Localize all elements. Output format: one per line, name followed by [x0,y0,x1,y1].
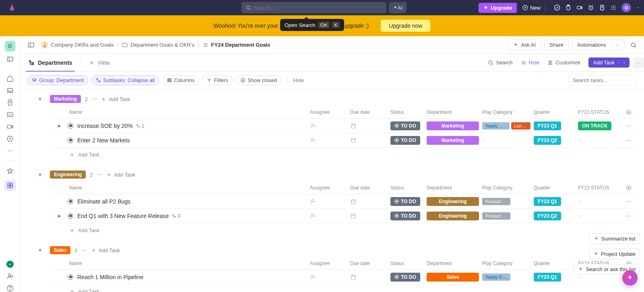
status-online-icon[interactable] [6,261,14,268]
ask-ai-button[interactable]: Ask AI [508,39,541,50]
crumb-folder[interactable]: Department Goals & OKR's [122,42,194,48]
col-name[interactable]: Name [68,109,308,116]
playcategory-cell[interactable]: Product Vision and ... [481,212,532,220]
col-assignee[interactable]: Assignee [308,109,349,116]
user-avatar[interactable]: O [621,3,631,12]
col-playcategory[interactable]: Play Category [481,109,532,116]
playcategory-cell[interactable]: Yearly OK...Long ... [481,121,532,130]
task-row[interactable]: ▶ End Q1 with 3 New Feature Release3 TO … [52,209,637,223]
status-bullet-icon[interactable] [68,213,73,219]
department-pill[interactable]: Engineering [427,212,479,220]
chevron-down-icon[interactable] [636,6,640,10]
app-logo[interactable] [8,4,16,12]
video-icon[interactable] [576,4,583,11]
add-column-icon[interactable] [621,109,637,116]
col-quarter[interactable]: Quarter [532,109,576,116]
favorites-icon[interactable] [6,168,14,175]
group-add-task-button[interactable]: Add Task [106,172,135,178]
chip-columns[interactable]: Columns [162,75,199,85]
chevron-down-icon[interactable] [619,61,626,65]
status-bullet-icon[interactable] [68,123,73,129]
more-icon[interactable] [6,147,14,154]
col-status[interactable]: Status [389,260,425,267]
tasks-search-input[interactable] [568,75,637,86]
col-duedate[interactable]: Due date [349,109,389,116]
home-icon[interactable] [6,75,14,82]
ai-fab[interactable] [622,270,638,286]
assignee-cell[interactable] [308,212,349,220]
col-playcategory[interactable]: Play Category [481,184,532,191]
col-duedate[interactable]: Due date [349,260,389,267]
col-fy23status[interactable]: FY23 STATUS [576,109,621,116]
group-tag[interactable]: Marketing [50,95,81,103]
quarter-pill[interactable]: FY23 Q1 [534,121,561,130]
add-task-dropdown[interactable]: Add Task [588,58,630,68]
tag[interactable]: Yearly OKR Sets [482,273,510,281]
tag[interactable]: Product Vision and ... [482,212,510,220]
add-task-row[interactable]: Add Task [27,148,637,162]
tag[interactable]: Product Vision and ... [482,198,510,205]
col-quarter[interactable]: Quarter [532,184,576,191]
dashboards-icon[interactable] [6,111,14,118]
col-assignee[interactable]: Assignee [308,184,349,191]
automations-button[interactable]: Automations [572,39,625,50]
department-pill[interactable]: Sales [427,273,479,282]
clips-icon[interactable] [6,123,14,130]
task-row[interactable]: Reach 1 Million in Pipeline TO DO Sales … [52,270,637,284]
fy23-status-pill[interactable]: ON TRACK [578,121,611,130]
playcategory-cell[interactable]: Product Vision and ... [481,197,532,206]
collapse-group-icon[interactable]: ▼ [38,172,42,177]
tag[interactable]: Long ... [511,122,530,130]
row-more-icon[interactable]: ··· [621,198,637,205]
task-name[interactable]: Eliminate all P2 Bugs [68,198,308,205]
status-pill[interactable]: TO DO [390,212,420,220]
quarter-pill[interactable]: FY23 Q1 [534,273,561,282]
chip-subtasks[interactable]: Subtasks: Collapse all [91,75,159,85]
task-name[interactable]: End Q1 with 3 New Feature Release3 [68,213,308,219]
help-icon[interactable] [6,285,14,292]
fy23status-cell[interactable]: – [576,212,621,220]
quarter-pill[interactable]: FY23 Q1 [534,197,561,206]
group-add-task-button[interactable]: Add Task [101,96,130,102]
duedate-cell[interactable] [349,122,389,130]
new-button[interactable]: New [522,5,541,11]
apps-grid-icon[interactable] [610,4,617,11]
summarize-list-button[interactable]: Summarize list [589,233,640,244]
group-more-icon[interactable]: ··· [97,171,102,178]
duedate-cell[interactable] [349,212,389,220]
toggle-sidebar-icon[interactable] [27,41,35,49]
search-input[interactable] [254,5,382,11]
task-row[interactable]: Eliminate all P2 Bugs TO DO Engineering … [52,194,637,209]
collapse-group-icon[interactable]: ▼ [38,248,42,253]
subtask-count[interactable]: 1 [136,123,144,129]
collapse-sidebar-icon[interactable] [6,56,14,63]
department-pill[interactable]: Engineering [427,197,479,206]
spaces-icon[interactable] [4,180,16,191]
row-more-icon[interactable]: ··· [621,212,637,220]
chevron-down-icon[interactable] [612,43,623,47]
subtask-count[interactable]: 3 [172,213,180,219]
status-pill[interactable]: TO DO [390,273,420,282]
col-department[interactable]: Department [425,109,481,116]
crumb-space[interactable]: 💡Company OKRs and Goals [41,41,114,49]
fy23status-cell[interactable]: – [576,136,621,144]
group-tag[interactable]: Sales [50,246,70,254]
fy23status-cell[interactable]: – [576,197,621,205]
status-bullet-icon[interactable] [68,199,73,204]
add-column-icon[interactable] [621,184,637,191]
global-search[interactable] [242,2,386,13]
expand-row-icon[interactable]: ▶ [52,214,68,218]
status-pill[interactable]: TO DO [390,121,420,130]
quarter-pill[interactable]: FY23 Q2 [534,136,561,145]
clipboard-icon[interactable] [565,4,572,11]
col-name[interactable]: Name [68,184,308,191]
task-row[interactable]: ▶ Increase SOE by 20%1 TO DO Marketing Y… [52,119,637,133]
collapse-group-icon[interactable]: ▼ [38,97,42,101]
banner-upgrade-button[interactable]: Upgrade now [381,20,430,32]
inbox-icon[interactable] [6,87,14,94]
col-status[interactable]: Status [389,109,425,116]
status-pill[interactable]: TO DO [390,197,420,206]
task-name[interactable]: Increase SOE by 20%1 [68,123,308,129]
chip-show-closed[interactable]: Show closed [236,75,282,85]
check-circle-icon[interactable] [554,4,560,11]
